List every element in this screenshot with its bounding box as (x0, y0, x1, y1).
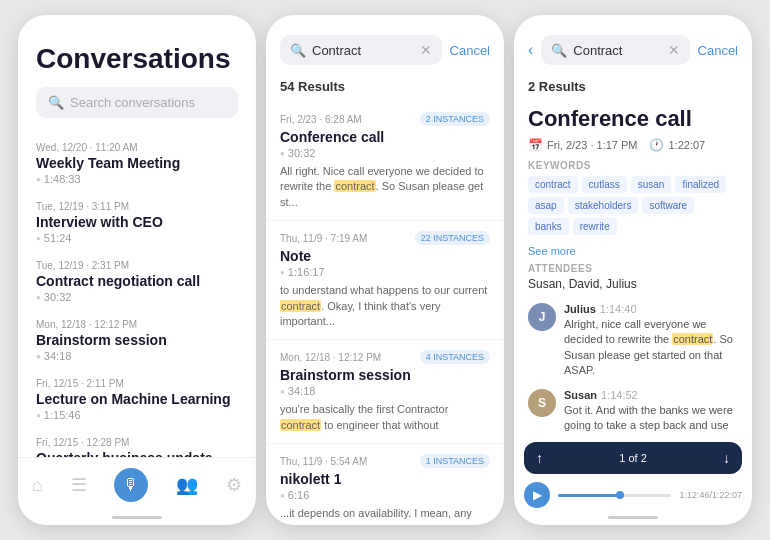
conversations-search-bar[interactable]: 🔍 Search conversations (36, 87, 238, 118)
transcript-text: Alright, nice call everyone we decided t… (564, 317, 738, 379)
conv-meta: Tue, 12/19 · 3:11 PM (36, 201, 238, 212)
conv-duration: 51:24 (36, 232, 238, 244)
nav-home-icon[interactable]: ⌂ (32, 475, 43, 496)
search-icon2: 🔍 (290, 43, 306, 58)
result-item[interactable]: Thu, 11/9 · 5:54 AM 1 INSTANCES nikolett… (266, 444, 504, 525)
keyword-tag[interactable]: banks (528, 218, 569, 235)
instances-badge: 22 INSTANCES (415, 231, 490, 245)
result-snippet: All right. Nice call everyone we decided… (280, 164, 490, 210)
keyword-tag[interactable]: susan (631, 176, 672, 193)
detail-title: Conference call (514, 102, 752, 138)
nav-gear-icon[interactable]: ⚙ (226, 474, 242, 496)
result-item[interactable]: Thu, 11/9 · 7:19 AM 22 INSTANCES Note 1:… (266, 221, 504, 340)
conv-title: Quarterly business update webcast (36, 450, 238, 457)
home-indicator (112, 516, 162, 519)
transcript-text: Got it. And with the banks we were going… (564, 403, 738, 436)
conversation-item[interactable]: Fri, 12/15 · 2:11 PM Lecture on Machine … (18, 370, 256, 429)
conversation-item[interactable]: Wed, 12/20 · 11:20 AM Weekly Team Meetin… (18, 134, 256, 193)
keyword-tag[interactable]: software (642, 197, 694, 214)
conversations-title: Conversations (36, 43, 238, 75)
result-duration: 34:18 (280, 385, 490, 397)
keyword-tag[interactable]: contract (528, 176, 578, 193)
nav-mic-icon[interactable]: 🎙 (114, 468, 148, 502)
conv-duration: 1:15:46 (36, 409, 238, 421)
audio-progress-fill (558, 494, 620, 497)
detail-results-count: 2 Results (514, 75, 752, 102)
result-item[interactable]: Fri, 2/23 · 6:28 AM 2 INSTANCES Conferen… (266, 102, 504, 221)
transcript-speaker: Julius1:14:40 (564, 303, 738, 315)
conversation-item[interactable]: Mon, 12/18 · 12:12 PM Brainstorm session… (18, 311, 256, 370)
phone2-search-results: 🔍 Contract ✕ Cancel 54 Results Fri, 2/23… (266, 15, 504, 525)
avatar-julius: J (528, 303, 556, 331)
highlight-text: contract (280, 419, 321, 431)
play-button[interactable]: ▶ (524, 482, 550, 508)
keyword-tag[interactable]: finalized (675, 176, 726, 193)
player-up-button[interactable]: ↑ (536, 450, 543, 466)
phone2-header: 🔍 Contract ✕ Cancel (266, 15, 504, 75)
clear-search-button[interactable]: ✕ (420, 42, 432, 58)
transcript-speaker: Susan1:14:52 (564, 389, 738, 401)
transcript-item: J Julius1:14:40 Alright, nice call every… (528, 303, 738, 379)
keywords-list: contractcutlasssusanfinalizedasapstakeho… (528, 176, 738, 235)
result-title: nikolett 1 (280, 471, 490, 487)
conversation-item[interactable]: Fri, 12/15 · 12:28 PM Quarterly business… (18, 429, 256, 457)
attendees-section: ATTENDEES Susan, David, Julius (514, 263, 752, 299)
detail-duration-text: 1:22:07 (668, 139, 705, 151)
result-meta: Thu, 11/9 · 7:19 AM 22 INSTANCES (280, 231, 490, 245)
conv-title: Contract negotiation call (36, 273, 238, 289)
keyword-tag[interactable]: stakeholders (568, 197, 639, 214)
result-meta: Mon, 12/18 · 12:12 PM 4 INSTANCES (280, 350, 490, 364)
transcript-time: 1:14:40 (600, 303, 637, 315)
result-meta: Fri, 2/23 · 6:28 AM 2 INSTANCES (280, 112, 490, 126)
search-icon: 🔍 (48, 95, 64, 110)
home-indicator3 (608, 516, 658, 519)
conv-title: Interview with CEO (36, 214, 238, 230)
detail-date-text: Fri, 2/23 · 1:17 PM (547, 139, 637, 151)
transcript-highlight: contract (672, 333, 713, 345)
cancel-search3-button[interactable]: Cancel (698, 43, 738, 58)
back-button[interactable]: ‹ (528, 41, 533, 59)
phone3-detail: ‹ 🔍 Contract ✕ Cancel 2 Results Conferen… (514, 15, 752, 525)
player-count-text: 1 of 2 (551, 452, 715, 464)
highlight-text: contract (334, 180, 375, 192)
instances-badge: 1 INSTANCES (420, 454, 490, 468)
conv-meta: Mon, 12/18 · 12:12 PM (36, 319, 238, 330)
conv-title: Brainstorm session (36, 332, 238, 348)
result-duration: 1:16:17 (280, 266, 490, 278)
search-bar2[interactable]: 🔍 Contract ✕ (280, 35, 442, 65)
instances-badge: 2 INSTANCES (420, 112, 490, 126)
result-snippet: ...it depends on availability. I mean, a… (280, 506, 490, 525)
detail-date: 📅 Fri, 2/23 · 1:17 PM (528, 138, 637, 152)
result-title: Brainstorm session (280, 367, 490, 383)
result-date: Fri, 2/23 · 6:28 AM (280, 114, 362, 125)
result-title: Note (280, 248, 490, 264)
phone1-header: Conversations 🔍 Search conversations (18, 15, 256, 128)
audio-progress-bar[interactable] (558, 494, 671, 497)
transcript-section: J Julius1:14:40 Alright, nice call every… (514, 299, 752, 436)
player-down-button[interactable]: ↓ (723, 450, 730, 466)
bottom-nav: ⌂ ☰ 🎙 👥 ⚙ (18, 457, 256, 516)
result-meta: Thu, 11/9 · 5:54 AM 1 INSTANCES (280, 454, 490, 468)
keyword-tag[interactable]: cutlass (582, 176, 627, 193)
phone3-header: ‹ 🔍 Contract ✕ Cancel (514, 15, 752, 75)
search-query-text: Contract (312, 43, 414, 58)
results-list: Fri, 2/23 · 6:28 AM 2 INSTANCES Conferen… (266, 102, 504, 525)
clear-search3-button[interactable]: ✕ (668, 42, 680, 58)
keyword-tag[interactable]: rewrite (573, 218, 617, 235)
keyword-tag[interactable]: asap (528, 197, 564, 214)
nav-list-icon[interactable]: ☰ (71, 474, 87, 496)
detail-meta: 📅 Fri, 2/23 · 1:17 PM 🕐 1:22:07 (514, 138, 752, 160)
conv-duration: 30:32 (36, 291, 238, 303)
conv-title: Lecture on Machine Learning (36, 391, 238, 407)
search-placeholder-text: Search conversations (70, 95, 195, 110)
nav-people-icon[interactable]: 👥 (176, 474, 198, 496)
keywords-label: KEYWORDS (528, 160, 738, 171)
cancel-search-button[interactable]: Cancel (450, 43, 490, 58)
conversation-item[interactable]: Tue, 12/19 · 3:11 PM Interview with CEO … (18, 193, 256, 252)
conversation-item[interactable]: Tue, 12/19 · 2:31 PM Contract negotiatio… (18, 252, 256, 311)
attendees-text: Susan, David, Julius (528, 277, 738, 291)
result-snippet: you're basically the first Contractor co… (280, 402, 490, 433)
search-bar3[interactable]: 🔍 Contract ✕ (541, 35, 689, 65)
result-item[interactable]: Mon, 12/18 · 12:12 PM 4 INSTANCES Brains… (266, 340, 504, 444)
see-more-button[interactable]: See more (514, 241, 752, 263)
